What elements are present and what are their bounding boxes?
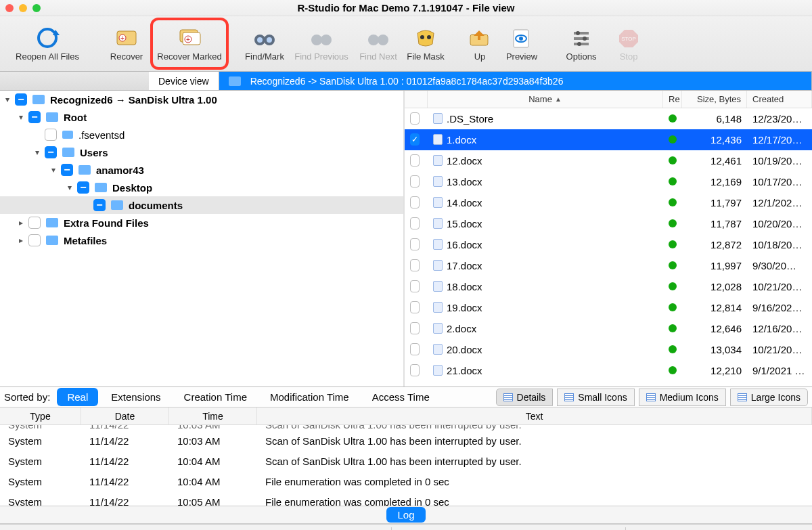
file-row[interactable]: 18.docx12,02810/21/20… — [405, 276, 812, 297]
log-row[interactable]: System11/14/2210:05 AMFile enumeration w… — [0, 491, 812, 506]
sort-extensions[interactable]: Extensions — [101, 388, 171, 406]
log-col-text[interactable]: Text — [257, 407, 812, 424]
file-row[interactable]: 16.docx12,87210/18/20… — [405, 234, 812, 255]
checkbox[interactable] — [28, 234, 41, 246]
small-icons-icon — [564, 393, 574, 401]
tree-node-anamor43[interactable]: ▾ anamor43 — [0, 161, 403, 179]
sort-modification-time[interactable]: Modification Time — [260, 388, 359, 406]
checkbox[interactable] — [410, 364, 420, 376]
checkbox[interactable] — [28, 217, 41, 229]
column-size[interactable]: Size, Bytes — [682, 91, 747, 108]
sort-access-time[interactable]: Access Time — [362, 388, 440, 406]
checkbox[interactable] — [45, 129, 57, 141]
log-row[interactable]: System11/14/2210:04 AMScan of SanDisk Ul… — [0, 451, 812, 471]
checkbox[interactable] — [410, 259, 420, 271]
tree-node-extra[interactable]: ▸ Extra Found Files — [0, 214, 403, 231]
recover-button[interactable]: + Recover — [103, 22, 150, 66]
sort-real[interactable]: Real — [57, 388, 98, 406]
view-small-icons[interactable]: Small Icons — [557, 389, 634, 406]
file-row[interactable]: 17.docx11,9979/30/20… — [405, 255, 812, 276]
view-details[interactable]: Details — [496, 389, 554, 406]
checkbox[interactable] — [410, 238, 420, 250]
checkbox[interactable] — [410, 175, 420, 187]
recover-marked-button[interactable]: + Recover Marked — [154, 22, 225, 66]
log-text: File enumeration was completed in 0 sec — [257, 496, 812, 507]
checkbox[interactable] — [410, 343, 420, 355]
file-size: 12,169 — [682, 176, 747, 187]
file-row[interactable]: 14.docx11,79712/1/202… — [405, 192, 812, 213]
column-created[interactable]: Created — [747, 91, 812, 108]
status-dot-icon — [669, 135, 677, 143]
tree-node-root[interactable]: ▾ Root — [0, 108, 403, 126]
chevron-down-icon[interactable]: ▾ — [3, 95, 12, 104]
log-row[interactable]: System11/14/2210:03 AMScan of SanDisk Ul… — [0, 430, 812, 451]
tree-node-fseventsd[interactable]: .fseventsd — [0, 126, 403, 143]
checkbox[interactable] — [410, 154, 420, 167]
preview-button[interactable]: Preview — [498, 22, 545, 66]
checkbox[interactable] — [410, 322, 420, 334]
checkbox[interactable] — [28, 111, 41, 123]
file-row[interactable]: .DS_Store6,14812/23/20… — [405, 108, 812, 129]
view-large-icons[interactable]: Large Icons — [730, 389, 808, 406]
status-dot-icon — [669, 261, 677, 269]
log-row[interactable]: System11/14/2210:04 AMFile enumeration w… — [0, 471, 812, 491]
sort-creation-time[interactable]: Creation Time — [174, 388, 257, 406]
checkbox[interactable] — [61, 164, 73, 176]
tree-node-desktop[interactable]: ▾ Desktop — [0, 179, 403, 196]
column-name[interactable]: Name ▲ — [428, 91, 663, 108]
find-previous-button[interactable]: Find Previous — [288, 22, 355, 66]
file-row[interactable]: 20.docx13,03410/21/20… — [405, 339, 812, 360]
up-button[interactable]: Up — [461, 22, 498, 66]
view-medium-icons[interactable]: Medium Icons — [639, 389, 726, 406]
log-time: 10:05 AM — [169, 496, 257, 507]
tab-file-view[interactable]: Recognized6 -> SanDisk Ultra 1.00 : 0101… — [219, 72, 812, 90]
chevron-down-icon[interactable]: ▾ — [32, 148, 42, 157]
checkbox[interactable] — [410, 133, 420, 146]
tree-node-root-drive[interactable]: ▾ Recognized6 → SanDisk Ultra 1.00 — [0, 91, 403, 108]
column-recoverability[interactable]: Re — [663, 91, 682, 108]
checkbox[interactable] — [15, 93, 27, 106]
log-col-type[interactable]: Type — [0, 407, 81, 424]
checkbox[interactable] — [93, 199, 106, 211]
file-row[interactable]: 13.docx12,16910/17/20… — [405, 171, 812, 192]
tab-device-view[interactable]: Device view — [149, 72, 219, 90]
chevron-right-icon[interactable]: ▸ — [16, 218, 26, 227]
checkbox[interactable] — [410, 196, 420, 208]
find-mark-button[interactable]: Find/Mark — [241, 22, 288, 66]
log-text: Scan of SanDisk Ultra 1.00 has been inte… — [257, 435, 812, 447]
chevron-down-icon[interactable]: ▾ — [65, 183, 74, 192]
file-row[interactable]: 21.docx12,2109/1/2021 … — [405, 360, 812, 381]
status-dot-icon — [669, 366, 677, 374]
tree-node-users[interactable]: ▾ Users — [0, 143, 403, 161]
file-mask-button[interactable]: File Mask — [402, 22, 449, 66]
checkbox[interactable] — [45, 146, 57, 158]
chevron-down-icon[interactable]: ▾ — [49, 165, 58, 175]
svg-point-11 — [257, 37, 263, 43]
checkbox[interactable] — [410, 280, 420, 292]
checkbox[interactable] — [77, 181, 89, 194]
file-size: 11,997 — [682, 260, 747, 271]
file-row[interactable]: 15.docx11,78710/20/20… — [405, 213, 812, 234]
log-col-time[interactable]: Time — [169, 407, 257, 424]
find-next-button[interactable]: Find Next — [355, 22, 402, 66]
chevron-right-icon[interactable]: ▸ — [16, 236, 26, 245]
log-button[interactable]: Log — [386, 507, 425, 523]
tree-node-documents[interactable]: documents — [0, 196, 403, 214]
reopen-all-button[interactable]: Reopen All Files — [4, 22, 91, 66]
options-button[interactable]: Options — [558, 22, 605, 66]
file-row[interactable]: 12.docx12,46110/19/20… — [405, 150, 812, 171]
toolbar-label: Reopen All Files — [16, 51, 79, 62]
log-col-date[interactable]: Date — [81, 407, 169, 424]
file-row[interactable]: 2.docx12,64612/16/20… — [405, 318, 812, 339]
checkbox[interactable] — [410, 217, 420, 229]
checkbox[interactable] — [410, 301, 420, 313]
log-type: System — [0, 456, 81, 467]
file-row[interactable]: 1.docx12,43612/17/20… — [405, 129, 812, 150]
chevron-down-icon[interactable]: ▾ — [16, 112, 26, 122]
file-row[interactable]: 19.docx12,8149/16/202… — [405, 297, 812, 318]
tabs-row: Device view Recognized6 -> SanDisk Ultra… — [0, 72, 812, 91]
tree-node-metafiles[interactable]: ▸ Metafiles — [0, 231, 403, 249]
view-mode-group: Details Small Icons Medium Icons Large I… — [496, 389, 808, 406]
checkbox[interactable] — [410, 112, 420, 125]
column-checkbox[interactable] — [405, 91, 428, 108]
